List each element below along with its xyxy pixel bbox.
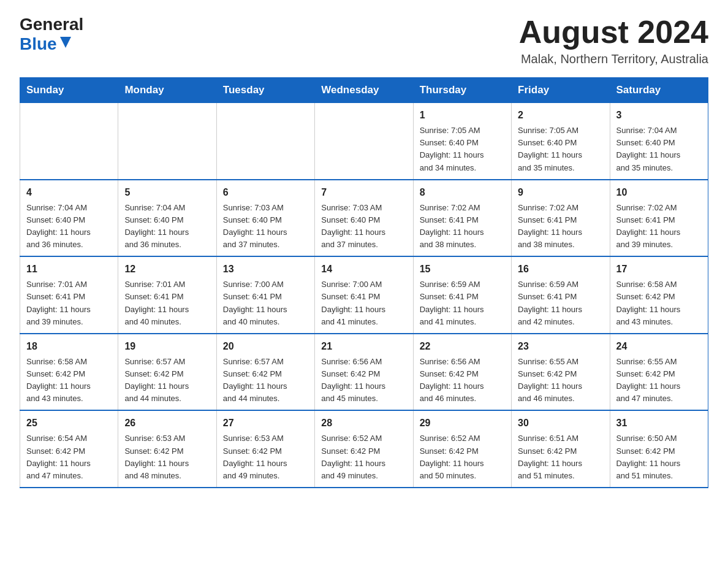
calendar-day-cell: 7Sunrise: 7:03 AM Sunset: 6:40 PM Daylig… — [315, 180, 413, 257]
day-of-week-header: Tuesday — [216, 78, 314, 103]
day-info: Sunrise: 7:01 AM Sunset: 6:41 PM Dayligh… — [124, 278, 210, 328]
calendar-day-cell — [315, 103, 413, 180]
day-info: Sunrise: 6:56 AM Sunset: 6:42 PM Dayligh… — [321, 356, 406, 405]
day-info: Sunrise: 7:02 AM Sunset: 6:41 PM Dayligh… — [616, 202, 702, 251]
calendar-day-cell: 4Sunrise: 7:04 AM Sunset: 6:40 PM Daylig… — [20, 180, 118, 257]
day-number: 1 — [420, 108, 505, 123]
calendar-header-row: SundayMondayTuesdayWednesdayThursdayFrid… — [20, 78, 708, 103]
day-info: Sunrise: 6:53 AM Sunset: 6:42 PM Dayligh… — [124, 432, 210, 482]
day-of-week-header: Friday — [512, 78, 610, 103]
day-info: Sunrise: 7:05 AM Sunset: 6:40 PM Dayligh… — [420, 124, 505, 174]
day-of-week-header: Sunday — [20, 78, 118, 103]
calendar-day-cell: 12Sunrise: 7:01 AM Sunset: 6:41 PM Dayli… — [118, 256, 216, 334]
logo: General Blue — [20, 15, 83, 54]
calendar-week-row: 18Sunrise: 6:58 AM Sunset: 6:42 PM Dayli… — [20, 334, 708, 411]
calendar-day-cell: 25Sunrise: 6:54 AM Sunset: 6:42 PM Dayli… — [20, 410, 118, 488]
day-number: 24 — [616, 339, 702, 354]
day-number: 25 — [26, 416, 112, 431]
day-info: Sunrise: 6:58 AM Sunset: 6:42 PM Dayligh… — [616, 278, 702, 328]
calendar-week-row: 1Sunrise: 7:05 AM Sunset: 6:40 PM Daylig… — [20, 103, 708, 180]
day-number: 11 — [26, 262, 112, 277]
calendar-day-cell: 30Sunrise: 6:51 AM Sunset: 6:42 PM Dayli… — [512, 410, 610, 488]
day-info: Sunrise: 7:05 AM Sunset: 6:40 PM Dayligh… — [518, 124, 603, 174]
month-title: August 2024 — [519, 15, 708, 50]
day-number: 4 — [26, 185, 112, 200]
day-info: Sunrise: 7:01 AM Sunset: 6:41 PM Dayligh… — [26, 278, 112, 328]
day-number: 13 — [223, 262, 308, 277]
day-info: Sunrise: 7:02 AM Sunset: 6:41 PM Dayligh… — [518, 202, 603, 251]
calendar-day-cell: 20Sunrise: 6:57 AM Sunset: 6:42 PM Dayli… — [216, 334, 314, 411]
day-number: 9 — [518, 185, 603, 200]
day-info: Sunrise: 6:58 AM Sunset: 6:42 PM Dayligh… — [26, 356, 112, 405]
day-number: 7 — [321, 185, 406, 200]
calendar-day-cell: 18Sunrise: 6:58 AM Sunset: 6:42 PM Dayli… — [20, 334, 118, 411]
header-right: August 2024 Malak, Northern Territory, A… — [519, 15, 708, 66]
day-number: 20 — [223, 339, 308, 354]
day-info: Sunrise: 6:50 AM Sunset: 6:42 PM Dayligh… — [616, 432, 702, 482]
calendar-day-cell: 2Sunrise: 7:05 AM Sunset: 6:40 PM Daylig… — [512, 103, 610, 180]
day-number: 2 — [518, 108, 603, 123]
calendar-day-cell: 29Sunrise: 6:52 AM Sunset: 6:42 PM Dayli… — [413, 410, 511, 488]
day-number: 16 — [518, 262, 603, 277]
day-of-week-header: Monday — [118, 78, 216, 103]
day-info: Sunrise: 7:02 AM Sunset: 6:41 PM Dayligh… — [420, 202, 505, 251]
day-info: Sunrise: 6:59 AM Sunset: 6:41 PM Dayligh… — [518, 278, 603, 328]
day-info: Sunrise: 7:04 AM Sunset: 6:40 PM Dayligh… — [26, 202, 112, 251]
day-info: Sunrise: 6:52 AM Sunset: 6:42 PM Dayligh… — [321, 432, 406, 482]
calendar-day-cell: 10Sunrise: 7:02 AM Sunset: 6:41 PM Dayli… — [610, 180, 708, 257]
day-info: Sunrise: 7:00 AM Sunset: 6:41 PM Dayligh… — [223, 278, 308, 328]
calendar-day-cell: 27Sunrise: 6:53 AM Sunset: 6:42 PM Dayli… — [216, 410, 314, 488]
calendar-day-cell: 19Sunrise: 6:57 AM Sunset: 6:42 PM Dayli… — [118, 334, 216, 411]
calendar-day-cell: 1Sunrise: 7:05 AM Sunset: 6:40 PM Daylig… — [413, 103, 511, 180]
calendar-day-cell: 28Sunrise: 6:52 AM Sunset: 6:42 PM Dayli… — [315, 410, 413, 488]
day-number: 26 — [124, 416, 210, 431]
calendar-day-cell: 15Sunrise: 6:59 AM Sunset: 6:41 PM Dayli… — [413, 256, 511, 334]
day-number: 29 — [420, 416, 505, 431]
day-info: Sunrise: 6:54 AM Sunset: 6:42 PM Dayligh… — [26, 432, 112, 482]
calendar-day-cell: 17Sunrise: 6:58 AM Sunset: 6:42 PM Dayli… — [610, 256, 708, 334]
day-number: 6 — [223, 185, 308, 200]
day-number: 3 — [616, 108, 702, 123]
calendar-day-cell: 14Sunrise: 7:00 AM Sunset: 6:41 PM Dayli… — [315, 256, 413, 334]
logo-general-text: General — [20, 15, 83, 34]
day-of-week-header: Wednesday — [315, 78, 413, 103]
location-text: Malak, Northern Territory, Australia — [519, 52, 708, 66]
calendar-day-cell: 31Sunrise: 6:50 AM Sunset: 6:42 PM Dayli… — [610, 410, 708, 488]
day-number: 27 — [223, 416, 308, 431]
day-number: 14 — [321, 262, 406, 277]
day-number: 10 — [616, 185, 702, 200]
day-info: Sunrise: 6:51 AM Sunset: 6:42 PM Dayligh… — [518, 432, 603, 482]
day-number: 17 — [616, 262, 702, 277]
calendar-day-cell: 22Sunrise: 6:56 AM Sunset: 6:42 PM Dayli… — [413, 334, 511, 411]
day-info: Sunrise: 6:52 AM Sunset: 6:42 PM Dayligh… — [420, 432, 505, 482]
calendar-week-row: 25Sunrise: 6:54 AM Sunset: 6:42 PM Dayli… — [20, 410, 708, 488]
day-info: Sunrise: 6:57 AM Sunset: 6:42 PM Dayligh… — [124, 356, 210, 405]
day-info: Sunrise: 6:56 AM Sunset: 6:42 PM Dayligh… — [420, 356, 505, 405]
calendar-day-cell — [118, 103, 216, 180]
day-of-week-header: Thursday — [413, 78, 511, 103]
day-info: Sunrise: 6:53 AM Sunset: 6:42 PM Dayligh… — [223, 432, 308, 482]
page-header: General Blue August 2024 Malak, Northern… — [20, 15, 708, 66]
calendar-day-cell: 6Sunrise: 7:03 AM Sunset: 6:40 PM Daylig… — [216, 180, 314, 257]
day-number: 5 — [124, 185, 210, 200]
day-info: Sunrise: 6:59 AM Sunset: 6:41 PM Dayligh… — [420, 278, 505, 328]
calendar-week-row: 11Sunrise: 7:01 AM Sunset: 6:41 PM Dayli… — [20, 256, 708, 334]
day-number: 30 — [518, 416, 603, 431]
day-number: 23 — [518, 339, 603, 354]
day-number: 8 — [420, 185, 505, 200]
calendar-day-cell: 5Sunrise: 7:04 AM Sunset: 6:40 PM Daylig… — [118, 180, 216, 257]
day-number: 22 — [420, 339, 505, 354]
day-info: Sunrise: 7:03 AM Sunset: 6:40 PM Dayligh… — [223, 202, 308, 251]
calendar-day-cell: 24Sunrise: 6:55 AM Sunset: 6:42 PM Dayli… — [610, 334, 708, 411]
calendar-day-cell: 23Sunrise: 6:55 AM Sunset: 6:42 PM Dayli… — [512, 334, 610, 411]
day-number: 19 — [124, 339, 210, 354]
calendar-day-cell: 11Sunrise: 7:01 AM Sunset: 6:41 PM Dayli… — [20, 256, 118, 334]
day-info: Sunrise: 6:57 AM Sunset: 6:42 PM Dayligh… — [223, 356, 308, 405]
calendar-day-cell — [216, 103, 314, 180]
day-number: 15 — [420, 262, 505, 277]
day-info: Sunrise: 6:55 AM Sunset: 6:42 PM Dayligh… — [518, 356, 603, 405]
day-info: Sunrise: 7:04 AM Sunset: 6:40 PM Dayligh… — [124, 202, 210, 251]
svg-marker-0 — [60, 37, 71, 48]
day-number: 21 — [321, 339, 406, 354]
logo-arrow-icon — [60, 37, 71, 48]
